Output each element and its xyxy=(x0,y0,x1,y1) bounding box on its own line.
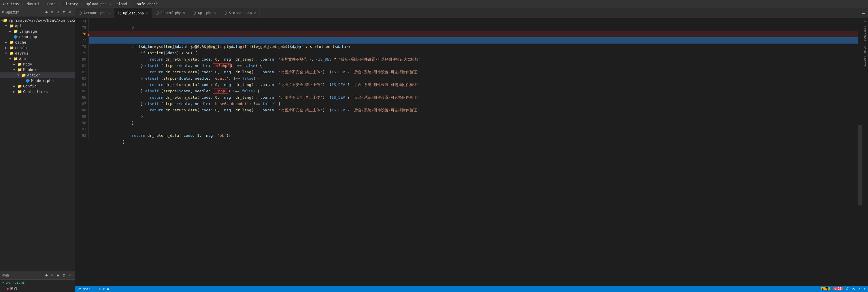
breakpoint-item[interactable]: ● 断点 xyxy=(0,285,75,292)
tab-upload-php[interactable]: ⬡ Upload.php × xyxy=(115,8,152,18)
status-right: ▲ 75 ⊗ 20 ⓘ 15 ∧ ∨ xyxy=(821,287,866,291)
sidebar-header: ⊞ 项目文件 ⊕ ≡ ÷ ⚙ × xyxy=(0,8,75,17)
linenum-79: 79 xyxy=(77,50,86,56)
tab-close-phpcmf[interactable]: × xyxy=(183,11,185,15)
bookmarks-edit-icon[interactable]: ✎ xyxy=(50,272,55,278)
file-icon-cron: 🔷 xyxy=(13,35,18,39)
bookmarks-list-icon[interactable]: ≡ xyxy=(56,272,61,278)
code-line-82: } elseif (strpos($data, needle: 'eval(')… xyxy=(89,69,858,75)
sidebar-close-icon[interactable]: × xyxy=(68,9,72,15)
tab-icon-account: ⬡ xyxy=(79,11,82,15)
tab-api-php[interactable]: ⬡ Api.php × xyxy=(189,8,220,18)
tree-item-mbdy[interactable]: ▶ 📁 Mbdy xyxy=(0,61,75,67)
folder-icon-config: 📁 xyxy=(9,46,14,50)
code-line-78: if (strlen($data) < 50) { xyxy=(89,43,858,50)
right-panel-ai[interactable]: AI Assistant xyxy=(863,18,867,43)
content-area: ⬡ Account.php × ⬡ Upload.php × ⬡ Phpcmf.… xyxy=(75,8,868,292)
bookmarks-title: 书签 xyxy=(2,273,9,278)
status-warnings[interactable]: ▲ 75 xyxy=(821,287,830,291)
tree-item-root[interactable]: ▼ 📁 /private/var/www/html/xunruicms xyxy=(0,18,75,23)
bookmark-xunruicms[interactable]: ≡ xunruicms xyxy=(0,280,75,285)
tree-label-app: App xyxy=(19,57,26,61)
tree-item-member[interactable]: ▼ 📁 Member xyxy=(0,67,75,72)
breadcrumb-upload[interactable]: Upload xyxy=(115,2,127,6)
file-tree: ▼ 📁 /private/var/www/html/xunruicms ▼ 📁 … xyxy=(0,17,75,271)
bookmark-list-icon: ≡ xyxy=(2,281,4,285)
linenum-80: 80 xyxy=(77,56,86,63)
bookmarks-header: 书签 ⊕ ✎ ≡ ⚙ × xyxy=(0,271,75,280)
folder-icon-action: 📁 xyxy=(21,73,26,77)
status-arrow-up[interactable]: ∧ xyxy=(859,287,861,291)
status-errors[interactable]: ⊗ 20 xyxy=(833,287,843,291)
breadcrumb-library[interactable]: Library xyxy=(63,2,78,6)
tab-storage-php[interactable]: ⬡ Storage.php × xyxy=(220,8,260,18)
tree-item-app[interactable]: ▼ 📁 App xyxy=(0,56,75,61)
code-line-83: return dr_return_data( code: 0, msg: dr_… xyxy=(89,75,858,82)
tree-item-cron[interactable]: ▶ 🔷 cron.php xyxy=(0,34,75,39)
code-line-91: return dr_return_data( code: 1, msg: 'ok… xyxy=(89,126,858,133)
linenum-83: 83 xyxy=(77,75,86,82)
breadcrumb-upload-php[interactable]: Upload.php xyxy=(86,2,106,6)
code-line-74: } xyxy=(89,18,858,25)
bookmarks-add-icon[interactable]: ⊕ xyxy=(44,272,49,278)
right-panel-baidu[interactable]: Baidu Comate xyxy=(863,43,867,69)
tree-label-root: /private/var/www/html/xunruicms xyxy=(9,18,75,23)
tab-close-storage[interactable]: × xyxy=(254,11,256,15)
status-info[interactable]: ⓘ 15 xyxy=(846,287,855,291)
mini-map[interactable] xyxy=(858,18,862,286)
tab-phpcmf-php[interactable]: ⬡ Phpcmf.php × xyxy=(152,8,189,18)
tab-icon-phpcmf: ⬡ xyxy=(155,11,159,15)
code-editor[interactable]: 74 75 76 77 78 79 80 81 82 83 84 85 86 8… xyxy=(75,18,858,286)
tree-item-api[interactable]: ▼ 📁 api xyxy=(0,23,75,29)
tab-close-api[interactable]: × xyxy=(214,11,216,15)
tree-arrow-controllers: ▶ xyxy=(13,90,17,93)
tree-item-dayrui[interactable]: ▼ 📁 dayrui xyxy=(0,51,75,56)
tree-item-config2[interactable]: ▶ 📁 Config xyxy=(0,83,75,89)
sidebar-settings-icon[interactable]: ⚙ xyxy=(62,9,66,15)
tree-arrow-cache: ▶ xyxy=(5,41,9,44)
tree-item-config[interactable]: ▶ 📁 config xyxy=(0,45,75,51)
breadcrumb-fcms[interactable]: Fcms xyxy=(47,2,56,6)
tree-item-action[interactable]: ▼ 📁 Action xyxy=(0,72,75,78)
tree-arrow-config: ▶ xyxy=(5,46,9,49)
bookmarks-close-icon[interactable]: × xyxy=(68,272,72,278)
tab-account-php[interactable]: ⬡ Account.php × xyxy=(75,8,115,18)
tree-item-controllers[interactable]: ▶ 📁 Controllers xyxy=(0,89,75,94)
linenum-77: 77 xyxy=(77,37,86,43)
linenum-86: 86 xyxy=(77,94,86,101)
tree-arrow-member: ▼ xyxy=(13,68,17,71)
folder-icon-dayrui: 📁 xyxy=(9,51,14,55)
tab-icon-api: ⬡ xyxy=(192,11,196,15)
tab-icon-upload: ⬡ xyxy=(118,11,121,16)
tab-close-account[interactable]: × xyxy=(108,11,111,15)
tree-label-language: language xyxy=(19,29,37,33)
status-encoding[interactable]: UTF-8 xyxy=(99,287,109,291)
linenum-84: 84 xyxy=(77,82,86,88)
tree-item-cache[interactable]: ▶ 📁 cache xyxy=(0,39,75,45)
linenum-75: 75 xyxy=(77,25,86,31)
tree-item-language[interactable]: ▶ 📁 language xyxy=(0,29,75,34)
linenum-78: 78 xyxy=(77,43,86,50)
status-arrow-down[interactable]: ∨ xyxy=(864,287,866,291)
tab-close-upload[interactable]: × xyxy=(146,11,148,15)
tree-item-member-php[interactable]: ▶ 🔷 Member.php xyxy=(0,78,75,83)
bookmarks-settings2-icon[interactable]: ⚙ xyxy=(62,272,66,278)
breadcrumb-xnruicms[interactable]: xnruicms xyxy=(2,2,19,6)
tree-label-config2: Config xyxy=(23,84,37,88)
sidebar-refresh-icon[interactable]: ≡ xyxy=(50,9,55,15)
tab-more-button[interactable]: ⋯ xyxy=(859,10,868,16)
sidebar-add-icon[interactable]: ⊕ xyxy=(44,9,49,15)
code-line-77: $data = strlen($data) < 50 && @is_file($… xyxy=(89,37,858,43)
folder-icon-controllers: 📁 xyxy=(17,89,22,94)
code-line-80: } elseif (strpos($data, needle: '<?php')… xyxy=(89,56,858,63)
sidebar: ⊞ 项目文件 ⊕ ≡ ÷ ⚙ × ▼ 📁 /private/var/www/ht… xyxy=(0,8,75,292)
tree-arrow-app: ▼ xyxy=(9,57,13,60)
code-line-75: // 验证伪装图片 xyxy=(89,25,858,31)
breadcrumb-dayrui[interactable]: dayrui xyxy=(27,2,39,6)
status-branch[interactable]: ⎇ main xyxy=(77,287,91,291)
sidebar-collapse-icon[interactable]: ÷ xyxy=(56,9,61,15)
tree-arrow-language: ▶ xyxy=(9,30,13,33)
main-layout: ⊞ 项目文件 ⊕ ≡ ÷ ⚙ × ▼ 📁 /private/var/www/ht… xyxy=(0,8,868,292)
linenum-92: 92 xyxy=(77,133,86,139)
folder-icon-root: 📁 xyxy=(3,18,7,23)
